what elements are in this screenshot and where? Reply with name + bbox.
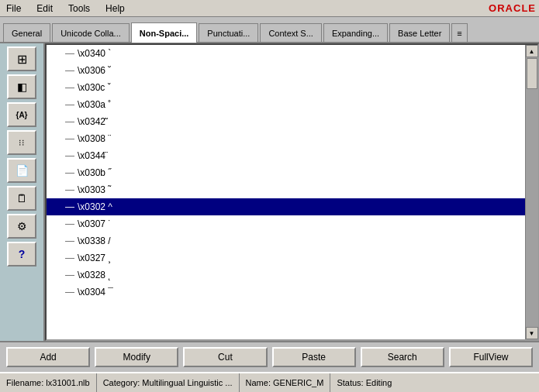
cut-button[interactable]: Cut [183,347,267,367]
modify-button[interactable]: Modify [95,347,178,367]
menu-file[interactable]: File [3,3,24,14]
status-category: Category: Multilingual Linguistic ... [97,373,240,392]
list-item[interactable]: — \x0338 / [47,232,525,249]
list-item[interactable]: — \x030b ˝ [47,164,525,181]
sidebar-btn-grid[interactable]: ⊞ [7,46,36,71]
document-icon: 📄 [16,164,29,177]
list-item[interactable]: — \x0328 ˛ [47,266,525,284]
list-item[interactable]: — \x0304 ¯ [47,284,525,301]
menubar-left: File Edit Tools Help [3,3,128,14]
tab-nonspacing[interactable]: Non-Spaci... [131,22,198,43]
bottom-buttons: Add Modify Cut Paste Search FullView [0,341,539,372]
scrollbar[interactable]: ▲ ▼ [525,45,537,339]
list-item[interactable]: — \x0327 ¸ [47,249,525,266]
oracle-logo: ORACLE [489,2,536,14]
scroll-down-btn[interactable]: ▼ [526,327,538,339]
list-area: — \x0340 ` — \x0306 ˘ — \x030c ˇ — \x030… [47,45,525,339]
list-item-selected[interactable]: — \x0302 ^ [47,198,525,215]
tabs-bar: General Unicode Colla... Non-Spaci... Pu… [0,17,539,43]
list-item[interactable]: — \x030c ˇ [47,79,525,96]
sidebar-btn-help[interactable]: ? [7,242,36,266]
tab-expanding[interactable]: Expanding... [323,23,388,42]
tab-more[interactable]: ≡ [451,23,467,42]
list-item[interactable]: — \x0307 ˙ [47,215,525,232]
tab-context[interactable]: Context S... [260,23,321,42]
menu-tools[interactable]: Tools [65,3,93,14]
list-panel: — \x0340 ` — \x0306 ˘ — \x030c ˇ — \x030… [45,43,539,341]
settings-icon: ⚙ [17,220,27,232]
sidebar: ⊞ ◧ {A} ⁝⁝ 📄 🗒 ⚙ ? [0,43,45,341]
tab-punctuation[interactable]: Punctuati... [199,23,258,42]
content-area: ⊞ ◧ {A} ⁝⁝ 📄 🗒 ⚙ ? [0,43,539,341]
menu-edit[interactable]: Edit [33,3,56,14]
sidebar-btn-settings[interactable]: ⚙ [7,214,36,239]
scroll-thumb[interactable] [527,58,537,89]
sidebar-btn-document[interactable]: 📄 [7,158,36,183]
add-button[interactable]: Add [6,347,90,367]
paste-button[interactable]: Paste [272,347,356,367]
list-item[interactable]: — \x0303 ˜ [47,181,525,198]
grid-icon: ⊞ [17,52,27,67]
list-item[interactable]: — \x030a ˚ [47,96,525,113]
list-item[interactable]: — \x0308 ¨ [47,130,525,147]
tab-unicode[interactable]: Unicode Colla... [52,23,130,42]
help-icon: ? [19,248,26,260]
status-bar: Filename: lx31001.nlb Category: Multilin… [0,372,539,392]
sidebar-btn-list[interactable]: ⁝⁝ [7,130,36,155]
picture-icon: ◧ [17,81,27,93]
expression-icon: {A} [16,111,27,119]
scroll-up-btn[interactable]: ▲ [526,45,538,57]
list-item[interactable]: — \x0344 ̈ [47,147,525,164]
app-window: File Edit Tools Help ORACLE General Unic… [0,0,539,392]
tab-general[interactable]: General [3,23,50,42]
list-item[interactable]: — \x0340 ` [47,45,525,62]
status-filename: Filename: lx31001.nlb [0,373,97,392]
search-button[interactable]: Search [361,347,444,367]
menu-help[interactable]: Help [102,3,128,14]
fullview-button[interactable]: FullView [449,347,533,367]
status-editing: Status: Editing [330,373,398,392]
sidebar-btn-note[interactable]: 🗒 [7,186,36,211]
note-icon: 🗒 [16,192,27,205]
menubar: File Edit Tools Help ORACLE [0,0,539,17]
list-item[interactable]: — \x0306 ˘ [47,62,525,79]
status-name: Name: GENERIC_M [240,373,331,392]
sidebar-btn-expression[interactable]: {A} [7,102,36,127]
list-item[interactable]: — \x0342 ͂ [47,113,525,130]
sidebar-btn-picture[interactable]: ◧ [7,74,36,99]
tab-baseletter[interactable]: Base Letter [389,23,450,42]
scroll-track[interactable] [526,57,538,327]
list-icon: ⁝⁝ [19,138,25,148]
